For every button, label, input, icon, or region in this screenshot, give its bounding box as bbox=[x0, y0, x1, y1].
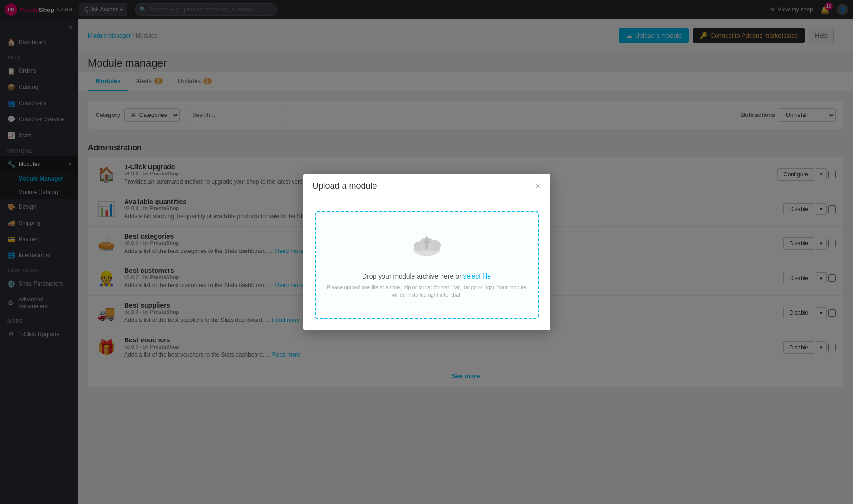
drop-hint: Please upload one file at a time, .zip o… bbox=[325, 284, 528, 299]
modal-body: Drop your module archive here or select … bbox=[303, 199, 550, 330]
modal-title: Upload a module bbox=[313, 181, 377, 191]
modal-overlay: Upload a module × Drop your module archi bbox=[0, 0, 853, 504]
modal-header: Upload a module × bbox=[303, 174, 550, 199]
select-file-link[interactable]: select file bbox=[463, 272, 491, 280]
modal-close-button[interactable]: × bbox=[535, 181, 541, 192]
upload-modal: Upload a module × Drop your module archi bbox=[303, 174, 550, 330]
svg-rect-5 bbox=[425, 242, 428, 249]
drop-zone[interactable]: Drop your module archive here or select … bbox=[315, 211, 539, 319]
drop-text: Drop your module archive here or select … bbox=[325, 272, 528, 280]
upload-cloud-icon bbox=[325, 231, 528, 265]
